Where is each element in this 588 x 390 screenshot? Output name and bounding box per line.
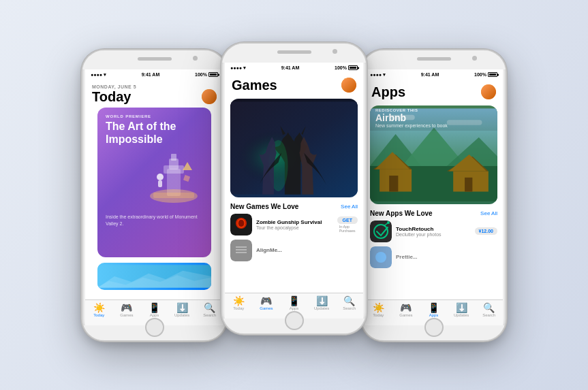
tab-search[interactable]: 🔍 Search bbox=[196, 303, 223, 317]
phone-screen-apps: ●●●● ▾ 9:41 AM 100% Apps bbox=[365, 69, 503, 325]
status-bar-games: ●●●● ▾ 9:41 AM 100% bbox=[225, 63, 363, 74]
svg-marker-8 bbox=[183, 162, 192, 170]
phone-screen-games: ●●●● ▾ 9:41 AM 100% Games bbox=[225, 63, 363, 319]
tab-today-icon-g: ☀️ bbox=[233, 296, 245, 306]
status-battery-apps: 100% bbox=[474, 72, 497, 77]
status-time-apps: 9:41 AM bbox=[421, 72, 439, 77]
games-see-all[interactable]: See All bbox=[341, 204, 358, 210]
tab-search-label-g: Search bbox=[343, 306, 356, 310]
zombie-gunship-get[interactable]: GET bbox=[337, 216, 358, 224]
battery-percent: 100% bbox=[195, 72, 207, 77]
apps-section-header: New Apps We Love See All bbox=[365, 207, 503, 218]
front-camera-apps bbox=[472, 56, 477, 61]
tab-games-g[interactable]: 🎮 Games bbox=[253, 296, 281, 310]
tab-search-icon: 🔍 bbox=[204, 303, 215, 312]
phone-bottom-apps bbox=[362, 325, 506, 340]
tab-apps-icon-a: 📱 bbox=[428, 303, 439, 312]
games-section-title: New Games We Love bbox=[230, 203, 298, 210]
tab-apps-label-g: Apps bbox=[290, 306, 299, 310]
tab-search-icon-a: 🔍 bbox=[483, 303, 495, 312]
home-button[interactable] bbox=[145, 318, 164, 337]
zombie-gunship-desc: Tour the apocalypse bbox=[256, 225, 333, 230]
phones-container: ●●●● ▾ 9:41 AM 100% MONDAY, JUNE 5 Today bbox=[74, 49, 514, 342]
tab-updates-a[interactable]: ⬇️ Updates bbox=[448, 303, 476, 317]
battery-fill bbox=[210, 74, 217, 76]
games-section-header: New Games We Love See All bbox=[225, 200, 363, 212]
tab-games-a[interactable]: 🎮 Games bbox=[392, 303, 420, 317]
tab-games-label: Games bbox=[120, 313, 133, 317]
zombie-iap-label: In-AppPurchases bbox=[339, 225, 356, 233]
airbnb-bg: REDISCOVER THIS Airbnb New summer experi… bbox=[370, 105, 497, 204]
today-date: MONDAY, JUNE 5 bbox=[92, 84, 217, 89]
tab-updates[interactable]: ⬇️ Updates bbox=[168, 303, 196, 317]
phone-apps: ●●●● ▾ 9:41 AM 100% Apps bbox=[360, 49, 507, 342]
another-app-name: Prettie... bbox=[396, 254, 497, 260]
tab-games-icon-a: 🎮 bbox=[400, 303, 412, 312]
phone-top-apps bbox=[362, 50, 506, 69]
airbnb-subtitle: New summer experiences to book bbox=[375, 123, 492, 128]
phone-bottom-games bbox=[222, 319, 366, 334]
apps-see-all[interactable]: See All bbox=[480, 210, 497, 216]
tab-today-a[interactable]: ☀️ Today bbox=[365, 303, 392, 317]
tab-apps-icon: 📱 bbox=[149, 303, 160, 312]
phone-top-games bbox=[222, 44, 366, 63]
phone-games: ●●●● ▾ 9:41 AM 100% Games bbox=[221, 42, 367, 335]
tab-search-label: Search bbox=[203, 313, 216, 317]
airbnb-card[interactable]: REDISCOVER THIS Airbnb New summer experi… bbox=[370, 105, 497, 204]
status-time-games: 9:41 AM bbox=[281, 65, 300, 70]
another-app-icon bbox=[370, 246, 392, 268]
tab-today-icon: ☀️ bbox=[93, 303, 105, 312]
phone-today: ●●●● ▾ 9:41 AM 100% MONDAY, JUNE 5 Today bbox=[81, 49, 228, 342]
status-time: 9:41 AM bbox=[142, 72, 160, 77]
games-content: Games NEW GAME Injustice 2 When iconic s… bbox=[225, 74, 363, 293]
status-battery-games: 100% bbox=[335, 65, 358, 70]
tab-updates-g[interactable]: ⬇️ Updates bbox=[308, 296, 336, 310]
alignme-item[interactable]: AlignMe... bbox=[225, 238, 363, 263]
today-featured-card[interactable]: WORLD PREMIERE The Art of theImpossible bbox=[97, 108, 211, 257]
today-title-row: Today bbox=[92, 89, 217, 105]
user-avatar-games[interactable] bbox=[341, 78, 356, 93]
zombie-gunship-name: Zombie Gunship Survival bbox=[256, 219, 333, 225]
svg-rect-7 bbox=[158, 180, 162, 187]
tab-today[interactable]: ☀️ Today bbox=[85, 303, 113, 317]
touchretouch-name: TouchRetouch bbox=[396, 226, 471, 232]
battery-icon-games bbox=[348, 65, 358, 70]
tab-apps-label: Apps bbox=[150, 313, 159, 317]
phone-top bbox=[82, 50, 226, 69]
games-title-row: Games bbox=[232, 78, 356, 93]
svg-rect-9 bbox=[183, 174, 190, 181]
avatar-image bbox=[202, 89, 217, 104]
apps-section-title: New Apps We Love bbox=[370, 210, 433, 217]
home-button-apps[interactable] bbox=[424, 318, 444, 337]
tab-updates-icon-g: ⬇️ bbox=[316, 296, 328, 306]
tab-search-a[interactable]: 🔍 Search bbox=[475, 303, 503, 317]
tab-today-icon-a: ☀️ bbox=[373, 303, 384, 312]
touchretouch-price[interactable]: ¥12.00 bbox=[475, 227, 497, 235]
user-avatar[interactable] bbox=[202, 89, 217, 104]
apps-header: Apps bbox=[365, 80, 503, 103]
zombie-gunship-item[interactable]: Zombie Gunship Survival Tour the apocaly… bbox=[225, 212, 363, 238]
tab-today-label-g: Today bbox=[233, 306, 244, 310]
tab-games[interactable]: 🎮 Games bbox=[113, 303, 141, 317]
injustice-card[interactable]: NEW GAME Injustice 2 When iconic superhe… bbox=[230, 99, 358, 197]
tab-apps-a[interactable]: 📱 Apps bbox=[420, 303, 448, 317]
games-title: Games bbox=[232, 78, 277, 93]
tab-updates-icon: ⬇️ bbox=[176, 303, 188, 312]
tab-search-label-a: Search bbox=[482, 313, 495, 317]
small-card[interactable] bbox=[97, 263, 211, 290]
another-app-item[interactable]: Prettie... bbox=[365, 244, 503, 270]
tab-today-g[interactable]: ☀️ Today bbox=[225, 296, 253, 310]
user-avatar-apps[interactable] bbox=[481, 84, 496, 99]
speaker-games bbox=[277, 50, 311, 54]
tab-games-icon-g: 🎮 bbox=[260, 296, 272, 306]
airbnb-title: Airbnb bbox=[375, 112, 492, 123]
tab-games-icon: 🎮 bbox=[121, 303, 132, 312]
tab-apps[interactable]: 📱 Apps bbox=[140, 303, 168, 317]
tab-apps-g[interactable]: 📱 Apps bbox=[280, 296, 308, 310]
home-button-games[interactable] bbox=[285, 311, 304, 330]
games-header: Games bbox=[225, 74, 363, 96]
touchretouch-item[interactable]: TouchRetouch Declutter your photos ¥12.0… bbox=[365, 218, 503, 244]
speaker-apps bbox=[417, 57, 451, 61]
tab-search-g[interactable]: 🔍 Search bbox=[335, 296, 363, 310]
tab-updates-icon-a: ⬇️ bbox=[456, 303, 467, 312]
